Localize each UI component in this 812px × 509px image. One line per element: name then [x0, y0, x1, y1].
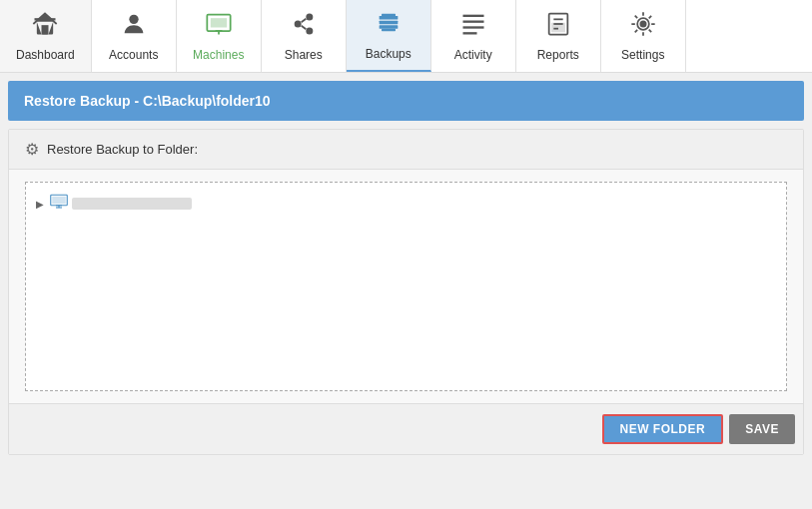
- nav-label-dashboard: Dashboard: [16, 48, 75, 62]
- activity-icon: [459, 10, 487, 44]
- svg-point-2: [129, 15, 138, 24]
- nav-item-reports[interactable]: Reports: [516, 0, 601, 72]
- section-header: ⚙ Restore Backup to Folder:: [9, 130, 803, 170]
- folder-tree[interactable]: ▶: [25, 182, 787, 391]
- computer-icon: [50, 194, 68, 214]
- nav-label-backups: Backups: [366, 47, 411, 61]
- svg-rect-17: [462, 15, 483, 17]
- nav-item-shares[interactable]: Shares: [262, 0, 347, 72]
- svg-rect-15: [382, 14, 396, 16]
- nav-item-activity[interactable]: Activity: [431, 0, 516, 72]
- svg-point-9: [306, 28, 313, 35]
- svg-rect-1: [35, 18, 56, 20]
- nav-label-shares: Shares: [285, 48, 323, 62]
- nav-label-reports: Reports: [537, 48, 579, 62]
- svg-point-8: [306, 14, 313, 21]
- tree-root-label: [72, 198, 192, 210]
- gear-icon: ⚙: [25, 140, 39, 159]
- svg-rect-14: [379, 25, 398, 29]
- svg-line-11: [301, 26, 306, 30]
- machines-icon: [205, 10, 233, 44]
- nav-item-dashboard[interactable]: Dashboard: [0, 0, 92, 72]
- tree-root-item[interactable]: ▶: [34, 191, 778, 217]
- nav-item-accounts[interactable]: Accounts: [92, 0, 177, 72]
- svg-rect-16: [382, 29, 396, 31]
- backups-icon: [375, 9, 403, 43]
- main-content: Restore Backup - C:\Backup\folder10 ⚙ Re…: [0, 81, 812, 455]
- nav-label-machines: Machines: [193, 48, 244, 62]
- section-title: Restore Backup to Folder:: [47, 142, 198, 157]
- shares-icon: [290, 10, 318, 44]
- svg-rect-18: [462, 21, 483, 23]
- accounts-icon: [120, 10, 148, 44]
- svg-rect-4: [211, 18, 227, 27]
- nav-label-accounts: Accounts: [109, 48, 158, 62]
- nav-label-settings: Settings: [621, 48, 664, 62]
- nav-item-machines[interactable]: Machines: [177, 0, 262, 72]
- svg-rect-20: [462, 32, 476, 34]
- svg-rect-12: [379, 16, 398, 20]
- nav-label-activity: Activity: [454, 48, 492, 62]
- svg-rect-13: [379, 21, 398, 25]
- svg-rect-19: [462, 26, 483, 28]
- expand-arrow-icon[interactable]: ▶: [36, 199, 46, 210]
- svg-rect-0: [42, 25, 49, 34]
- svg-line-10: [301, 19, 306, 23]
- reports-icon: [544, 10, 572, 44]
- svg-rect-25: [551, 23, 565, 32]
- nav-bar: Dashboard Accounts Machines: [0, 0, 812, 73]
- settings-icon: [629, 10, 657, 44]
- svg-point-26: [639, 21, 646, 28]
- nav-item-settings[interactable]: Settings: [601, 0, 686, 72]
- dashboard-icon: [31, 10, 59, 44]
- new-folder-button[interactable]: NEW FOLDER: [602, 414, 724, 444]
- page-title: Restore Backup - C:\Backup\folder10: [8, 81, 804, 121]
- svg-rect-29: [52, 197, 66, 205]
- button-row: NEW FOLDER SAVE: [9, 403, 803, 454]
- svg-point-7: [294, 21, 301, 28]
- save-button[interactable]: SAVE: [729, 414, 795, 444]
- content-panel: ⚙ Restore Backup to Folder: ▶: [8, 129, 804, 455]
- nav-item-backups[interactable]: Backups: [347, 0, 431, 72]
